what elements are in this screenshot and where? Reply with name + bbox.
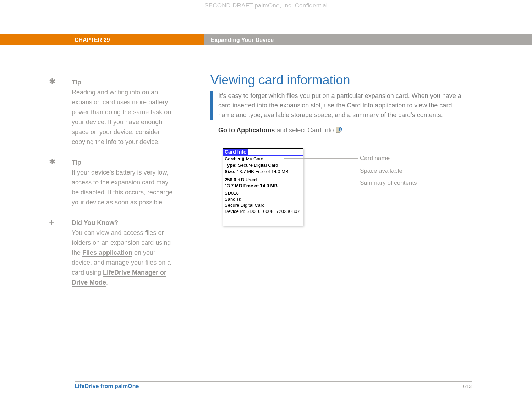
ci-size-value: 13.7 MB Free of 14.0 MB — [237, 169, 288, 175]
instruction-rest: and select Card Info — [275, 127, 335, 134]
page-heading: Viewing card information — [210, 73, 466, 88]
callouts: Card name Space available Summary of con… — [303, 148, 395, 226]
ci-free: 13.7 MB Free of 14.0 MB — [225, 183, 301, 189]
callout-card-name: Card name — [360, 155, 390, 162]
footer-product: LifeDrive from palmOne — [75, 383, 139, 390]
callout-space-available: Space available — [360, 167, 402, 175]
dyk-text-post: . — [106, 279, 108, 286]
instruction-line: Go to Applications and select Card Info … — [218, 126, 466, 134]
footer: LifeDrive from palmOne 613 — [75, 383, 472, 390]
tip-text: If your device's battery is very low, ac… — [72, 169, 172, 206]
asterisk-icon: ✱ — [49, 158, 55, 166]
tip-2: ✱ Tip If your device's battery is very l… — [60, 158, 173, 207]
ci-d3: Secure Digital Card — [225, 202, 301, 208]
card-info-screenshot: Card Info Card: ▾ ▮ My Card Type: Secure… — [223, 148, 303, 226]
chapter-number-block: CHAPTER 29 — [0, 34, 204, 45]
chapter-title: Expanding Your Device — [211, 37, 274, 43]
footer-rule — [75, 381, 472, 382]
card-info-app-icon: i — [335, 126, 342, 133]
ci-size-row: Size: 13.7 MB Free of 14.0 MB — [223, 169, 303, 175]
leader-line — [303, 171, 358, 171]
main-content: Viewing card information It's easy to fo… — [210, 73, 466, 144]
confidential-watermark: SECOND DRAFT palmOne, Inc. Confidential — [0, 2, 532, 9]
intro-accent-bar — [210, 91, 213, 120]
callout-summary: Summary of contents — [360, 180, 417, 187]
plus-icon: + — [49, 218, 54, 226]
ci-type-value: Secure Digital Card — [238, 162, 278, 169]
ci-titlebar: Card Info — [223, 149, 303, 156]
ci-title: Card Info — [223, 149, 248, 155]
tip-text: Reading and writing info on an expansion… — [72, 89, 171, 145]
chapter-number: CHAPTER 29 — [75, 37, 110, 43]
ci-card-row: Card: ▾ ▮ My Card — [223, 156, 303, 162]
card-info-figure: Card Info Card: ▾ ▮ My Card Type: Secure… — [223, 148, 395, 226]
ci-d2: Sandisk — [225, 196, 301, 202]
ci-summary-block: 256.0 KB Used 13.7 MB Free of 14.0 MB SD… — [223, 176, 303, 215]
asterisk-icon: ✱ — [49, 77, 55, 86]
ci-used: 256.0 KB Used — [225, 177, 301, 183]
ci-d1: SD016 — [225, 190, 301, 196]
chapter-header: CHAPTER 29 Expanding Your Device — [0, 34, 532, 45]
intro-block: It's easy to forget which files you put … — [210, 91, 466, 120]
tip-label: Tip — [72, 158, 173, 167]
chapter-title-block: Expanding Your Device — [204, 34, 532, 45]
ci-size-label: Size: — [225, 169, 235, 175]
dyk-label: Did You Know? — [72, 218, 173, 228]
leader-line — [284, 158, 358, 159]
leader-line — [285, 183, 358, 183]
instruction-end: . — [342, 127, 344, 134]
sidebar: ✱ Tip Reading and writing info on an exp… — [60, 77, 173, 298]
card-icon-small: ▮ — [242, 156, 245, 162]
page-number: 613 — [463, 383, 472, 390]
ci-d4: Device Id: SD016_0008F720230B07 — [225, 208, 301, 214]
ci-type-row: Type: Secure Digital Card — [223, 162, 303, 169]
ci-details: SD016 Sandisk Secure Digital Card Device… — [225, 190, 301, 214]
intro-text: It's easy to forget which files you put … — [218, 91, 466, 120]
go-to-applications-link[interactable]: Go to Applications — [218, 127, 275, 134]
tip-1: ✱ Tip Reading and writing info on an exp… — [60, 77, 173, 147]
tip-label: Tip — [72, 77, 173, 87]
ci-card-value: My Card — [246, 156, 263, 162]
dropdown-icon: ▾ — [238, 156, 241, 162]
files-application-link[interactable]: Files application — [82, 249, 132, 257]
ci-type-label: Type: — [225, 162, 237, 169]
ci-card-label: Card: — [225, 156, 237, 162]
did-you-know: + Did You Know? You can view and access … — [60, 218, 173, 287]
